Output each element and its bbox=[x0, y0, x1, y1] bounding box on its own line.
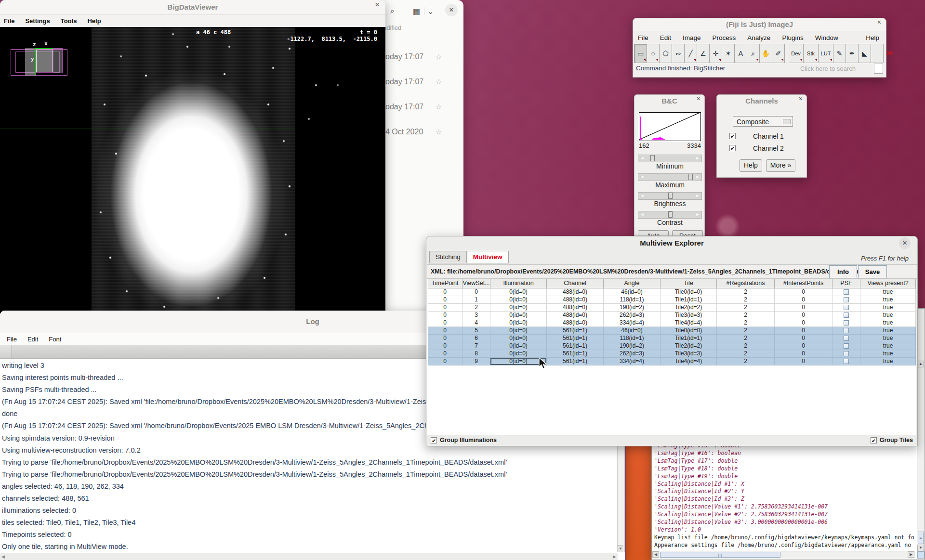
cell[interactable]: true bbox=[860, 296, 916, 304]
cell[interactable]: true bbox=[860, 342, 916, 350]
menu-file[interactable]: File bbox=[638, 34, 648, 41]
cell[interactable]: 262(id=3) bbox=[604, 312, 661, 319]
menu-settings[interactable]: Settings bbox=[25, 17, 50, 25]
cell[interactable]: 0 bbox=[775, 288, 832, 296]
dev-tool[interactable]: Dev bbox=[789, 44, 804, 63]
slider-track[interactable] bbox=[646, 211, 694, 218]
cell[interactable]: true bbox=[860, 312, 916, 319]
polygon-tool[interactable]: ⬠ bbox=[660, 44, 672, 63]
window-title[interactable]: BigDataViewer bbox=[0, 0, 385, 15]
cell[interactable]: 561(id=1) bbox=[547, 358, 604, 365]
table-row[interactable]: 060(id=0)561(id=1)118(id=1)Tile1(id=1)20… bbox=[428, 335, 916, 342]
help-button[interactable]: Help bbox=[740, 159, 762, 172]
cell[interactable]: 0(id=0) bbox=[490, 319, 547, 327]
cell[interactable]: 0 bbox=[775, 312, 832, 319]
cell[interactable]: 0(id=0) bbox=[490, 335, 547, 342]
cell[interactable]: Tile1(id=1) bbox=[661, 296, 717, 304]
scroll-left-button[interactable]: ◀ bbox=[1, 554, 5, 559]
grid-view-icon[interactable]: ▦ bbox=[413, 7, 420, 16]
group-illuminations-checkbox[interactable]: ✔ bbox=[431, 437, 437, 443]
menu-edit[interactable]: Edit bbox=[27, 336, 38, 343]
cell[interactable]: 488(id=0) bbox=[547, 312, 604, 319]
console-vertical-scrollbar[interactable]: ▲ ▼ bbox=[917, 309, 925, 552]
cell[interactable]: 4 bbox=[462, 319, 490, 327]
cell[interactable]: true bbox=[860, 304, 916, 312]
cell[interactable]: 0(id=0) bbox=[490, 304, 547, 312]
cell[interactable]: 2 bbox=[717, 335, 775, 342]
menu-window[interactable]: Window bbox=[815, 34, 838, 41]
chevron-down-icon[interactable]: ⌄ bbox=[427, 7, 434, 16]
scroll-left-button[interactable]: ◀ bbox=[652, 551, 659, 558]
cell[interactable]: 8 bbox=[462, 350, 490, 358]
zoom-tool[interactable]: ⌕ bbox=[747, 44, 760, 63]
cell[interactable]: true bbox=[860, 288, 916, 296]
slider-right-arrow[interactable]: ▶ bbox=[694, 211, 701, 218]
window-title[interactable]: (Fiji Is Just) ImageJ bbox=[633, 18, 886, 31]
cell[interactable]: 334(id=4) bbox=[604, 319, 661, 327]
modified-column-header[interactable]: odified bbox=[383, 24, 401, 31]
close-icon[interactable]: ✕ bbox=[445, 4, 458, 16]
column-header-psf[interactable]: PSF bbox=[832, 279, 860, 288]
cell[interactable]: 2 bbox=[717, 288, 775, 296]
column-header-channel[interactable]: Channel bbox=[547, 279, 604, 288]
cell[interactable]: 46(id=0) bbox=[604, 327, 661, 335]
list-item[interactable]: oday 17:07☆ bbox=[382, 44, 463, 69]
psf-checkbox[interactable] bbox=[844, 297, 849, 302]
column-header-viewset[interactable]: ViewSet... bbox=[462, 279, 490, 288]
channel-checkbox[interactable]: ✔ bbox=[729, 145, 736, 151]
slider-track[interactable] bbox=[646, 174, 694, 181]
cell[interactable]: 2 bbox=[717, 358, 775, 365]
menu-help[interactable]: Help bbox=[866, 34, 879, 41]
cell[interactable]: 488(id=0) bbox=[547, 304, 604, 312]
column-header-illumination[interactable]: Illumination bbox=[490, 279, 547, 288]
cell[interactable] bbox=[832, 288, 860, 296]
cell[interactable]: 0 bbox=[775, 319, 832, 327]
column-header-angle[interactable]: Angle bbox=[604, 279, 661, 288]
menu-edit[interactable]: Edit bbox=[660, 34, 671, 41]
info-button[interactable]: Info bbox=[829, 265, 857, 278]
table-row[interactable]: 050(id=0)561(id=1)46(id=0)Tile0(id=0)20t… bbox=[428, 327, 916, 335]
cell[interactable]: 190(id=2) bbox=[604, 342, 661, 350]
point-tool[interactable]: ✛ bbox=[710, 44, 722, 63]
search-box[interactable] bbox=[874, 64, 883, 74]
scroll-up-button[interactable]: ▲ bbox=[917, 361, 924, 367]
psf-checkbox[interactable] bbox=[844, 320, 849, 326]
cell[interactable]: 2 bbox=[717, 342, 775, 350]
cell[interactable]: 488(id=0) bbox=[547, 288, 604, 296]
console-horizontal-scrollbar[interactable]: ◀ ▶ bbox=[652, 551, 915, 559]
column-header-timepoint[interactable]: TimePoint bbox=[428, 279, 462, 288]
cell[interactable]: 0(id=0) bbox=[490, 312, 547, 319]
psf-checkbox[interactable] bbox=[844, 328, 849, 333]
slider-thumb[interactable] bbox=[650, 155, 655, 161]
cell[interactable]: Tile3(id=3) bbox=[661, 312, 717, 319]
menu-tools[interactable]: Tools bbox=[61, 17, 77, 25]
table-row[interactable]: 040(id=0)488(id=0)334(id=4)Tile4(id=4)20… bbox=[428, 319, 916, 327]
slider-track[interactable] bbox=[646, 155, 694, 162]
psf-checkbox[interactable] bbox=[844, 359, 849, 364]
cell[interactable]: 334(id=4) bbox=[604, 358, 661, 365]
cell[interactable]: 0 bbox=[428, 319, 462, 327]
cell[interactable]: 0(id=0) bbox=[490, 342, 547, 350]
slider-left-arrow[interactable]: ◀ bbox=[638, 211, 646, 218]
cell[interactable]: 0 bbox=[428, 358, 462, 365]
cell[interactable]: 190(id=2) bbox=[604, 304, 661, 312]
cell[interactable]: 46(id=0) bbox=[604, 288, 661, 296]
tab-stitching[interactable]: Stitching bbox=[429, 251, 467, 263]
cell[interactable]: 0 bbox=[775, 296, 832, 304]
scroll-down-button[interactable]: ▼ bbox=[917, 545, 924, 551]
scroll-thumb[interactable] bbox=[918, 532, 924, 544]
menu-help[interactable]: Help bbox=[87, 17, 101, 25]
cell[interactable] bbox=[832, 335, 860, 342]
text-tool[interactable]: A bbox=[735, 44, 747, 63]
cell[interactable]: Tile0(id=0) bbox=[661, 288, 717, 296]
cell[interactable]: 7 bbox=[462, 342, 490, 350]
cell[interactable]: 0 bbox=[428, 304, 462, 312]
slider-right-arrow[interactable]: ▶ bbox=[694, 193, 701, 199]
tab-multiview[interactable]: Multiview bbox=[467, 251, 509, 263]
dropdown-button[interactable] bbox=[783, 119, 791, 124]
cell[interactable]: 0 bbox=[775, 358, 832, 365]
psf-checkbox[interactable] bbox=[844, 313, 849, 318]
scroll-down-button[interactable]: ▼ bbox=[618, 545, 623, 552]
cell[interactable]: Tile1(id=1) bbox=[661, 335, 717, 342]
list-item[interactable]: 4 Oct 2020☆ bbox=[382, 119, 463, 144]
